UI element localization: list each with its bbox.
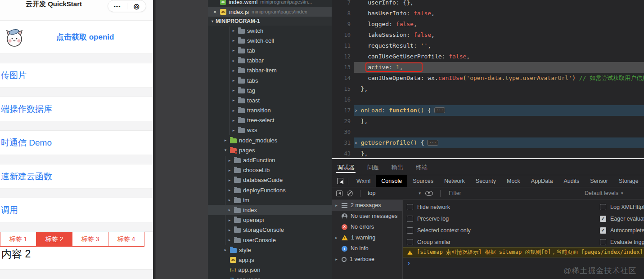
code-line[interactable]: 30 <box>332 127 644 137</box>
console-filter-1-verbose[interactable]: ▸1 verbose <box>332 254 402 265</box>
list-item[interactable]: 速新建云函数 <box>0 164 153 189</box>
clear-console-icon[interactable] <box>347 190 353 196</box>
context-selector[interactable]: top <box>368 190 421 196</box>
devtools-tab-storage[interactable]: Storage <box>613 175 644 187</box>
link-调用[interactable]: 调用 <box>0 204 18 216</box>
tree-item-transition[interactable]: ▸transition <box>208 106 332 115</box>
devtools-tab-appdata[interactable]: AppData <box>526 175 558 187</box>
panel-tab-终端[interactable]: 终端 <box>416 160 428 175</box>
code-line[interactable]: 16 <box>332 94 644 105</box>
console-prompt-icon[interactable]: › <box>408 259 410 266</box>
chevron-right-icon[interactable]: ▸ <box>227 158 232 163</box>
chevron-right-icon[interactable]: ▸ <box>227 188 232 192</box>
capsule-more-icon[interactable] <box>108 4 127 9</box>
devtools-tab-console[interactable]: Console <box>376 175 407 187</box>
chevron-right-icon[interactable]: ▸ <box>227 208 232 212</box>
checkbox[interactable] <box>407 239 413 245</box>
capsule-exit-icon[interactable] <box>127 3 146 9</box>
tree-item-style[interactable]: ▸style <box>208 245 332 255</box>
inspect-element-icon[interactable] <box>337 178 343 184</box>
chevron-right-icon[interactable]: ▸ <box>334 235 338 240</box>
checkbox[interactable] <box>407 216 413 222</box>
code-line[interactable]: 11requestResult: '', <box>332 40 644 51</box>
link-时通信-demo[interactable]: 时通信 Demo <box>0 137 52 149</box>
checkbox[interactable] <box>600 216 606 222</box>
chevron-right-icon[interactable]: ▸ <box>231 78 236 83</box>
tree-item-chooselib[interactable]: ▸chooseLib <box>208 165 332 175</box>
link-传图片[interactable]: 传图片 <box>0 70 27 81</box>
tree-item-node-modules[interactable]: ▸node_modules <box>208 135 332 145</box>
devtools-tab-sources[interactable]: Sources <box>407 175 439 187</box>
open-editor-wxml[interactable]: index.wxml miniprogram\pages\in... <box>208 0 332 7</box>
chevron-right-icon[interactable]: ▸ <box>227 218 232 222</box>
devtools-tab-mock[interactable]: Mock <box>501 175 526 187</box>
sidebar-toggle-icon[interactable] <box>336 190 342 196</box>
checkbox-evaluate-triggers-user-activation[interactable]: Evaluate triggers user activation <box>600 236 644 248</box>
checkbox[interactable] <box>600 204 606 210</box>
chevron-right-icon[interactable]: ▸ <box>231 38 236 43</box>
chevron-right-icon[interactable]: ▸ <box>223 248 228 252</box>
tree-item-pages[interactable]: ▾pages <box>208 145 332 155</box>
tree-item-storageconsole[interactable]: ▸storageConsole <box>208 225 332 235</box>
list-item[interactable]: 端操作数据库 <box>0 97 153 121</box>
checkbox[interactable] <box>407 204 413 210</box>
chevron-right-icon[interactable]: ▸ <box>227 198 232 202</box>
devtools-tab-wxml[interactable]: Wxml <box>351 175 376 187</box>
checkbox-selected-context-only[interactable]: Selected context only <box>407 225 471 236</box>
devtools-tab-audits[interactable]: Audits <box>558 175 585 187</box>
devtools-tab-network[interactable]: Network <box>439 175 470 187</box>
console-filter-no-errors[interactable]: No errors <box>332 221 402 232</box>
code-line[interactable]: 43}, <box>332 148 644 159</box>
checkbox[interactable] <box>600 227 606 234</box>
tree-item-tab[interactable]: ▸tab <box>208 45 332 55</box>
devtools-tab-sensor[interactable]: Sensor <box>585 175 613 187</box>
chevron-right-icon[interactable]: ▸ <box>227 238 232 242</box>
panel-tab-输出[interactable]: 输出 <box>392 160 403 175</box>
tree-item-app-json[interactable]: app.json <box>208 265 332 275</box>
tree-item-tabbar[interactable]: ▸tabbar <box>208 56 332 66</box>
tree-item-wxs[interactable]: ▸wxs <box>208 125 332 135</box>
tree-item-addfunction[interactable]: ▸addFunction <box>208 155 332 165</box>
code-line[interactable]: 15}, <box>332 84 644 94</box>
tree-item-app-wxss[interactable]: app.wxss <box>208 275 332 279</box>
checkbox-hide-network[interactable]: Hide network <box>407 201 471 213</box>
project-root[interactable]: MINIPROGRAM-1 <box>208 17 332 26</box>
code-line[interactable]: 17›onLoad: function() {··· <box>332 105 644 116</box>
code-line[interactable]: 12canIUseGetUserProfile: false, <box>332 51 644 62</box>
console-warning-row[interactable]: [sitemap 索引情况提示] 根据 sitemap 的规则[0]，当前页面 … <box>403 247 644 257</box>
tree-item-tabbar-item[interactable]: ▸tabbar-item <box>208 66 332 75</box>
tab-标签-2[interactable]: 标签 2 <box>36 232 72 247</box>
open-editor-indexjs[interactable]: × index.js miniprogram\pages\index <box>208 7 332 17</box>
chevron-right-icon[interactable]: ▸ <box>231 48 236 53</box>
code-line[interactable]: 10takeSession: false, <box>332 30 644 40</box>
chevron-right-icon[interactable]: ▸ <box>231 98 236 102</box>
tree-item-userconsole[interactable]: ▸userConsole <box>208 235 332 245</box>
devtools-tab-security[interactable]: Security <box>470 175 501 187</box>
checkbox-preserve-log[interactable]: Preserve log <box>407 213 471 225</box>
get-openid-link[interactable]: 点击获取 openid <box>56 32 114 42</box>
fold-arrow-icon[interactable]: › <box>354 137 358 148</box>
fold-ellipsis-icon[interactable]: ··· <box>434 107 445 113</box>
chevron-right-icon[interactable]: ▸ <box>231 118 236 123</box>
panel-tab-问题[interactable]: 问题 <box>367 160 379 175</box>
chevron-right-icon[interactable]: ▸ <box>231 88 236 93</box>
chevron-right-icon[interactable]: ▸ <box>227 228 232 232</box>
chevron-right-icon[interactable]: ▸ <box>231 108 236 113</box>
tab-标签-1[interactable]: 标签 1 <box>0 232 36 247</box>
tree-item-deployfunctions[interactable]: ▸deployFunctions <box>208 185 332 195</box>
tab-标签-4[interactable]: 标签 4 <box>108 232 144 247</box>
tree-item-tag[interactable]: ▸tag <box>208 85 332 95</box>
chevron-right-icon[interactable]: ▸ <box>334 203 338 208</box>
checkbox[interactable] <box>407 227 413 234</box>
list-item[interactable]: 时通信 Demo <box>0 131 153 155</box>
console-filter-no-info[interactable]: No info <box>332 243 402 254</box>
tree-item-im[interactable]: ▸im <box>208 195 332 205</box>
tree-item-switch-cell[interactable]: ▸switch-cell <box>208 35 332 45</box>
panel-tab-调试器[interactable]: 调试器 <box>337 160 355 175</box>
chevron-right-icon[interactable]: ▸ <box>223 138 228 142</box>
close-icon[interactable]: × <box>212 9 217 15</box>
checkbox-autocomplete-from-history[interactable]: Autocomplete from history <box>600 225 644 236</box>
chevron-right-icon[interactable]: ▸ <box>231 68 236 73</box>
chevron-right-icon[interactable]: ▸ <box>231 128 236 133</box>
code-line[interactable]: 31›getUserProfile() {··· <box>332 137 644 148</box>
